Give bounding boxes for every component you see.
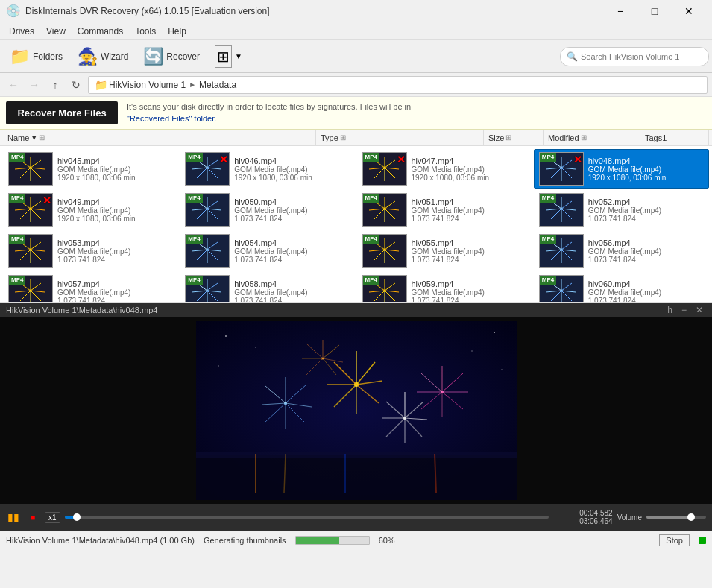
menu-help[interactable]: Help	[162, 25, 192, 38]
mp4-badge: MP4	[540, 276, 556, 285]
col-header-name[interactable]: Name ▼ ⊞	[3, 130, 316, 145]
app-icon: 💿	[6, 4, 21, 18]
mp4-badge: MP4	[363, 194, 379, 203]
col-header-size[interactable]: Size ⊞	[484, 130, 544, 145]
nav-forward-button[interactable]: →	[25, 76, 43, 94]
file-details: hiv047.mp4 GOM Media file(.mp4) 1920 x 1…	[412, 157, 527, 182]
list-item[interactable]: MP4 hiv056.mp4 GOM Media file(.mp4) 1 07…	[534, 231, 709, 271]
progress-handle	[73, 513, 81, 521]
status-indicator	[699, 537, 706, 544]
file-thumbnail: MP4	[8, 234, 53, 268]
menu-drives[interactable]: Drives	[3, 25, 40, 38]
nav-history-button[interactable]: ↻	[67, 76, 85, 94]
file-type: GOM Media file(.mp4)	[234, 247, 350, 256]
wizard-icon: 🧙	[78, 47, 98, 66]
menu-commands[interactable]: Commands	[72, 25, 129, 38]
search-input[interactable]	[581, 52, 693, 61]
volume-slider[interactable]	[646, 516, 706, 519]
video-placeholder	[196, 321, 517, 500]
status-progress-bar	[295, 536, 370, 545]
list-item[interactable]: MP4 hiv058.mp4 GOM Media file(.mp4) 1 07…	[180, 272, 355, 303]
file-name: hiv055.mp4	[412, 238, 527, 247]
list-item[interactable]: MP4 hiv054.mp4 GOM Media file(.mp4) 1 07…	[180, 231, 355, 271]
filelist-grid: MP4 hiv045.mp4 GOM Media file(.mp4) 1920…	[0, 146, 712, 303]
preview-controls: ▮▮ ■ x1 00:04.582 03:06.464 Volume	[0, 504, 712, 531]
file-type: GOM Media file(.mp4)	[412, 288, 527, 297]
nav-back-button[interactable]: ←	[4, 76, 22, 94]
file-size: 1 073 741 824	[234, 256, 350, 264]
list-item[interactable]: MP4 ✕ hiv049.mp4 GOM Media file(.mp4) 19…	[3, 190, 178, 230]
volume-label: Volume	[617, 513, 642, 522]
file-size: 1920 x 1080, 03:06 min	[57, 174, 173, 182]
file-name: hiv052.mp4	[588, 197, 704, 206]
file-thumbnail: MP4	[185, 234, 230, 268]
time-display: 00:04.582 03:06.464	[553, 509, 613, 525]
recover-more-files-button[interactable]: Recover More Files	[6, 101, 118, 124]
col-header-modified[interactable]: Modified ⊞	[544, 130, 640, 145]
file-size: 1 073 741 824	[234, 297, 350, 303]
nav-up-button[interactable]: ↑	[46, 76, 64, 94]
breadcrumb: 📁 HikVision Volume 1 ► Metadata	[88, 76, 708, 94]
preview-video-area	[0, 317, 712, 504]
file-size: 1 073 741 824	[588, 215, 704, 223]
file-name: hiv057.mp4	[57, 279, 173, 288]
minimize-button[interactable]: −	[603, 0, 637, 22]
speed-button[interactable]: x1	[45, 512, 60, 523]
status-action: Generating thumbnails	[204, 536, 286, 545]
file-size: 1 073 741 824	[588, 256, 704, 264]
recover-button[interactable]: 🔄 Recover	[136, 43, 207, 70]
menu-tools[interactable]: Tools	[129, 25, 162, 38]
col-header-type[interactable]: Type ⊞	[316, 130, 484, 145]
file-details: hiv059.mp4 GOM Media file(.mp4) 1 073 74…	[412, 279, 527, 303]
file-details: hiv048.mp4 GOM Media file(.mp4) 1920 x 1…	[588, 157, 704, 182]
menu-view[interactable]: View	[40, 25, 72, 38]
col-header-tags[interactable]: Tags1	[640, 130, 709, 145]
sort-icon: ▼	[31, 134, 37, 142]
file-thumbnail: MP4	[185, 275, 230, 303]
status-percent: 60%	[379, 536, 395, 545]
svg-point-211	[225, 335, 227, 337]
list-item[interactable]: MP4 hiv051.mp4 GOM Media file(.mp4) 1 07…	[357, 190, 532, 230]
file-name: hiv046.mp4	[234, 157, 350, 165]
file-thumbnail: MP4	[185, 193, 230, 227]
list-item[interactable]: MP4 hiv050.mp4 GOM Media file(.mp4) 1 07…	[180, 190, 355, 230]
list-item[interactable]: MP4 hiv059.mp4 GOM Media file(.mp4) 1 07…	[357, 272, 532, 303]
folders-button[interactable]: 📁 Folders	[3, 43, 69, 70]
status-stop-button[interactable]: Stop	[659, 534, 690, 546]
file-type: GOM Media file(.mp4)	[588, 206, 704, 215]
modified-filter-icon: ⊞	[581, 133, 587, 142]
preview-minimize-button[interactable]: −	[678, 305, 690, 315]
file-name: hiv060.mp4	[588, 279, 704, 288]
filelist-scrollarea[interactable]: MP4 hiv045.mp4 GOM Media file(.mp4) 1920…	[0, 146, 712, 303]
list-item[interactable]: MP4 hiv052.mp4 GOM Media file(.mp4) 1 07…	[534, 190, 709, 230]
dropdown-arrow-icon: ▼	[235, 52, 242, 60]
close-button[interactable]: ✕	[672, 0, 706, 22]
list-item[interactable]: MP4 hiv053.mp4 GOM Media file(.mp4) 1 07…	[3, 231, 178, 271]
mp4-badge: MP4	[186, 194, 202, 203]
recover-banner: Recover More Files It's scans your disk …	[0, 97, 712, 130]
stop-button[interactable]: ■	[25, 510, 40, 525]
file-name: hiv059.mp4	[412, 279, 527, 288]
pause-button[interactable]: ▮▮	[6, 510, 21, 525]
preview-help-button[interactable]: h	[664, 305, 675, 315]
list-item[interactable]: MP4 ✕ hiv048.mp4 GOM Media file(.mp4) 19…	[534, 149, 709, 189]
list-item[interactable]: MP4 hiv055.mp4 GOM Media file(.mp4) 1 07…	[357, 231, 532, 271]
view-options-button[interactable]: ⊞ ▼	[208, 43, 249, 70]
list-item[interactable]: MP4 hiv057.mp4 GOM Media file(.mp4) 1 07…	[3, 272, 178, 303]
breadcrumb-root[interactable]: HikVision Volume 1	[109, 80, 186, 90]
preview-close-button[interactable]: ✕	[693, 305, 706, 315]
list-item[interactable]: MP4 ✕ hiv046.mp4 GOM Media file(.mp4) 19…	[180, 149, 355, 189]
list-item[interactable]: MP4 hiv045.mp4 GOM Media file(.mp4) 1920…	[3, 149, 178, 189]
file-name: hiv050.mp4	[234, 197, 350, 206]
list-item[interactable]: MP4 hiv060.mp4 GOM Media file(.mp4) 1 07…	[534, 272, 709, 303]
progress-slider[interactable]	[65, 516, 549, 519]
mp4-badge: MP4	[186, 153, 202, 162]
file-details: hiv058.mp4 GOM Media file(.mp4) 1 073 74…	[234, 279, 350, 303]
wizard-button[interactable]: 🧙 Wizard	[71, 43, 135, 70]
maximize-button[interactable]: □	[637, 0, 672, 22]
list-item[interactable]: MP4 ✕ hiv047.mp4 GOM Media file(.mp4) 19…	[357, 149, 532, 189]
svg-rect-161	[196, 455, 517, 500]
file-name: hiv047.mp4	[412, 157, 527, 165]
svg-point-216	[501, 369, 503, 370]
file-details: hiv052.mp4 GOM Media file(.mp4) 1 073 74…	[588, 197, 704, 223]
